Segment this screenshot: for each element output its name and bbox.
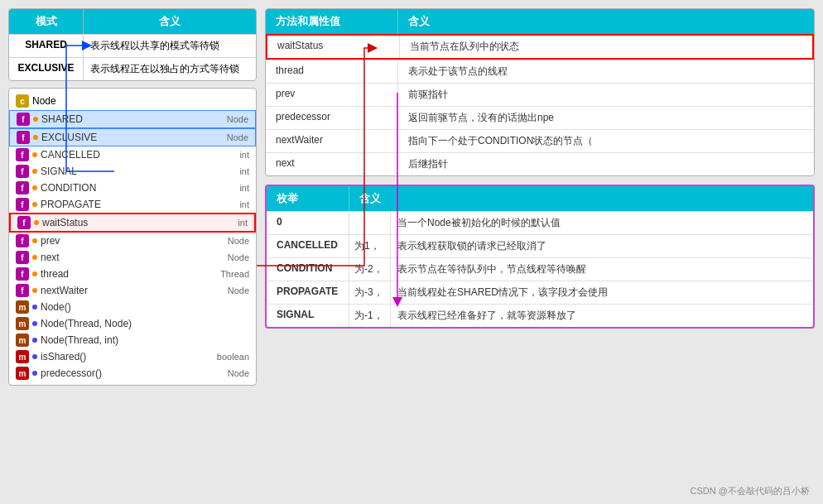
mode-col-header: 模式	[9, 9, 84, 34]
method-name-isshared: isShared()	[41, 351, 214, 362]
mode-exclusive-label: EXCLUSIVE	[9, 58, 84, 80]
attr-row-next: next 后继指针	[266, 152, 814, 175]
enum-desc-0: 当一个Node被初始化的时候的默认值	[391, 212, 813, 234]
mode-table: 模式 含义 SHARED 表示线程以共享的模式等待锁 EXCLUSIVE 表示线…	[8, 8, 257, 81]
attr-row-waitstatus: waitStatus 当前节点在队列中的状态	[266, 34, 814, 60]
node-row-condition: f CONDITION int	[9, 180, 256, 196]
node-row-nextwaiter: f nextWaiter Node	[9, 282, 256, 299]
attr-meaning-header: 含义	[398, 9, 814, 34]
enum-num-propagate: 为-3，	[349, 281, 391, 304]
attr-row-nextwaiter: nextWaiter 指向下一个处于CONDITION状态的节点（	[266, 129, 814, 152]
enum-table-header: 枚举 含义	[267, 186, 813, 211]
right-panel: 方法和属性值 含义 waitStatus 当前节点在队列中的状态 thread …	[265, 8, 815, 496]
node-panel: c Node f SHARED Node f EXCLUSIVE Node f	[8, 88, 257, 386]
field-name-cancelled: CANCELLED	[41, 149, 236, 161]
field-icon-nextwaiter: f	[16, 284, 29, 297]
mode-exclusive-desc: 表示线程正在以独占的方式等待锁	[84, 58, 256, 80]
field-name-signal: SIGNAL	[41, 166, 236, 177]
dot-condition	[32, 185, 37, 190]
node-row-exclusive: f EXCLUSIVE Node	[9, 128, 256, 146]
attr-row-thread: thread 表示处于该节点的线程	[266, 60, 814, 83]
method-name-node-thread-int: Node(Thread, int)	[41, 334, 249, 346]
field-icon-exclusive: f	[17, 131, 30, 144]
left-panel: 模式 含义 SHARED 表示线程以共享的模式等待锁 EXCLUSIVE 表示线…	[8, 8, 257, 496]
field-type-nextwaiter: Node	[228, 286, 249, 295]
field-type-next: Node	[228, 252, 249, 262]
field-type-cancelled: int	[239, 150, 249, 160]
field-type-exclusive: Node	[227, 132, 248, 142]
attr-desc-waitstatus: 当前节点在队列中的状态	[400, 36, 812, 58]
method-type-predecessor: Node	[228, 368, 249, 378]
field-icon-prev: f	[16, 234, 29, 247]
dot-signal	[32, 169, 37, 174]
field-type-signal: int	[239, 166, 249, 176]
node-row-prev: f prev Node	[9, 233, 256, 249]
field-name-exclusive: EXCLUSIVE	[41, 132, 224, 143]
enum-val-propagate: PROPAGATE	[267, 281, 349, 304]
method-icon-isshared: m	[16, 350, 29, 363]
mode-row-exclusive: EXCLUSIVE 表示线程正在以独占的方式等待锁	[9, 57, 256, 80]
field-icon-condition: f	[16, 181, 29, 194]
attr-name-predecessor: predecessor	[266, 107, 398, 129]
field-name-propagate: PROPAGATE	[41, 199, 236, 210]
dot-waitstatus	[34, 220, 39, 225]
field-icon-signal: f	[16, 165, 29, 178]
enum-meaning-header: 含义	[349, 186, 813, 211]
meaning-col-header: 含义	[84, 9, 256, 34]
enum-val-signal: SIGNAL	[267, 305, 349, 327]
mode-shared-desc: 表示线程以共享的模式等待锁	[84, 35, 256, 57]
field-name-prev: prev	[41, 235, 224, 247]
field-name-nextwaiter: nextWaiter	[41, 285, 224, 296]
enum-row-cancelled: CANCELLED 为1， 表示线程获取锁的请求已经取消了	[267, 234, 813, 257]
enum-row-propagate: PROPAGATE 为-3， 当前线程处在SHARED情况下，该字段才会使用	[267, 281, 813, 304]
enum-table: 枚举 含义 0 当一个Node被初始化的时候的默认值 CANCELLED 为1，…	[265, 185, 815, 329]
node-class-name: Node	[32, 95, 56, 107]
attr-name-next: next	[266, 153, 398, 175]
field-icon-shared: f	[17, 113, 30, 126]
field-name-waitstatus: waitStatus	[42, 217, 234, 228]
enum-row-condition: CONDITION 为-2， 表示节点在等待队列中，节点线程等待唤醒	[267, 257, 813, 281]
field-type-condition: int	[239, 183, 249, 193]
dot-shared	[33, 117, 38, 122]
field-name-shared: SHARED	[41, 113, 224, 125]
attr-desc-next: 后继指针	[398, 153, 814, 175]
watermark: CSDN @不会敲代码的吕小桥	[691, 485, 810, 497]
enum-val-cancelled: CANCELLED	[267, 235, 349, 257]
attr-name-prev: prev	[266, 84, 398, 106]
enum-num-cancelled: 为1，	[349, 235, 391, 257]
method-icon-node: m	[16, 300, 29, 314]
dot-node-constructor3	[32, 338, 37, 343]
node-row-constructor-thread-node: m Node(Thread, Node)	[9, 315, 256, 332]
enum-desc-condition: 表示节点在等待队列中，节点线程等待唤醒	[391, 258, 813, 281]
node-row-next: f next Node	[9, 249, 256, 266]
dot-predecessor	[32, 371, 37, 376]
node-row-shared: f SHARED Node	[9, 110, 256, 128]
enum-num-0	[349, 212, 391, 234]
method-name-predecessor: predecessor()	[41, 367, 224, 379]
mode-shared-label: SHARED	[9, 35, 84, 57]
attr-desc-prev: 前驱指针	[398, 84, 814, 106]
node-row-thread: f thread Thread	[9, 266, 256, 282]
field-name-next: next	[41, 252, 224, 263]
field-type-shared: Node	[227, 114, 248, 124]
dot-exclusive	[33, 135, 38, 140]
dot-nextwaiter	[32, 288, 37, 293]
mode-row-shared: SHARED 表示线程以共享的模式等待锁	[9, 34, 256, 57]
node-title: c Node	[9, 92, 256, 110]
node-row-propagate: f PROPAGATE int	[9, 196, 256, 213]
enum-row-0: 0 当一个Node被初始化的时候的默认值	[267, 211, 813, 234]
enum-num-signal: 为-1，	[349, 305, 391, 327]
field-icon-cancelled: f	[16, 148, 29, 161]
dot-cancelled	[32, 152, 37, 157]
method-icon-node3: m	[16, 334, 29, 347]
enum-val-condition: CONDITION	[267, 258, 349, 281]
field-type-propagate: int	[239, 199, 249, 209]
mode-table-header: 模式 含义	[9, 9, 256, 34]
attr-desc-nextwaiter: 指向下一个处于CONDITION状态的节点（	[398, 130, 814, 152]
node-row-waitstatus: f waitStatus int	[9, 213, 256, 233]
node-row-predecessor: m predecessor() Node	[9, 365, 256, 382]
attr-desc-thread: 表示处于该节点的线程	[398, 60, 814, 83]
field-type-prev: Node	[228, 236, 249, 246]
method-name-node-default: Node()	[41, 301, 249, 313]
method-name-node-thread-node: Node(Thread, Node)	[41, 318, 249, 329]
